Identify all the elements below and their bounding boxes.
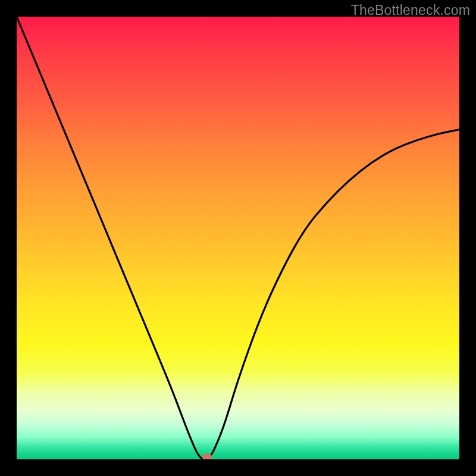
chart-svg: [17, 17, 459, 459]
plot-area: [17, 17, 459, 459]
minimum-marker: [202, 453, 212, 459]
chart-frame: TheBottleneck.com: [0, 0, 476, 476]
bottleneck-curve: [17, 17, 459, 459]
watermark-text: TheBottleneck.com: [351, 2, 470, 18]
